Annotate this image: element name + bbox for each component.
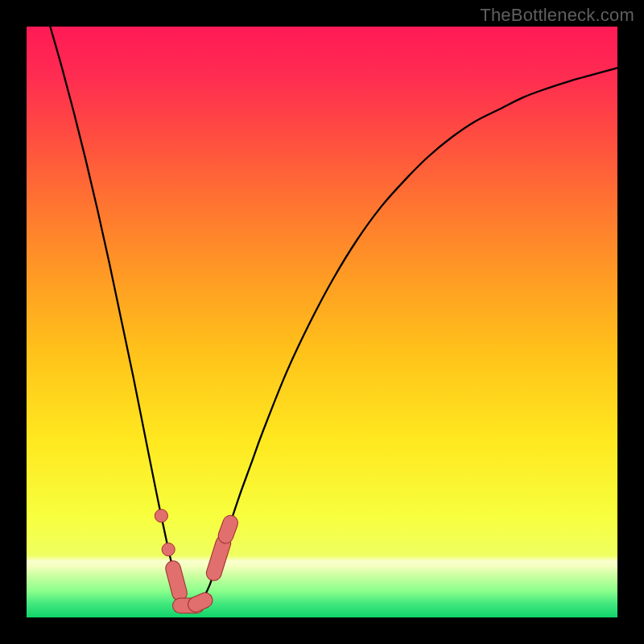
svg-line-12	[225, 523, 230, 536]
chart-root: TheBottleneck.com	[0, 0, 644, 644]
watermark: TheBottleneck.com	[480, 5, 634, 26]
svg-line-4	[173, 568, 180, 593]
svg-point-2	[162, 543, 175, 556]
svg-line-8	[196, 601, 205, 605]
svg-point-1	[155, 510, 167, 522]
svg-line-10	[214, 543, 224, 573]
plot-area	[27, 27, 617, 617]
data-markers	[27, 27, 617, 617]
